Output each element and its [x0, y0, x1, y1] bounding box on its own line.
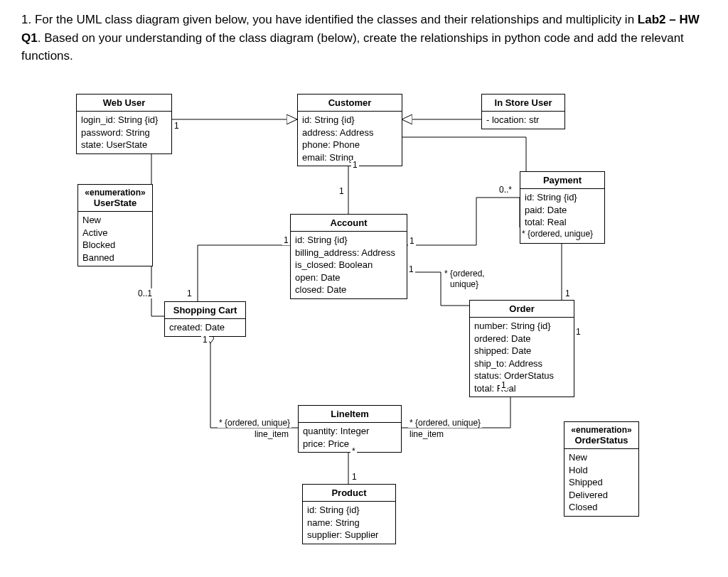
class-customer: Customer id: String {id} address: Addres… — [297, 94, 402, 166]
class-body: quantity: Integer price: Price — [299, 423, 401, 452]
class-body: New Hold Shipped Delivered Closed — [564, 449, 638, 516]
constraint: unique} — [449, 279, 480, 289]
class-body: id: String {id} billing_address: Address… — [291, 232, 407, 298]
class-body: New Active Blocked Banned — [78, 212, 152, 266]
multiplicity: 1 — [350, 472, 358, 482]
class-header: Customer — [298, 95, 402, 112]
class-body: login_id: String {id} password: String s… — [77, 112, 171, 153]
class-header: Shopping Cart — [165, 302, 245, 319]
class-order: Order number: String {id} ordered: Date … — [469, 300, 574, 397]
constraint: * {ordered, unique} — [218, 418, 291, 428]
class-header: Account — [291, 215, 407, 232]
class-header: «enumeration» UserState — [78, 185, 152, 212]
multiplicity: 0..1 — [136, 288, 154, 298]
class-body: created: Date — [165, 319, 245, 336]
multiplicity: 1 — [407, 264, 415, 274]
multiplicity: 1 — [574, 327, 582, 337]
class-header: In Store User — [482, 95, 564, 112]
class-header: Web User — [77, 95, 171, 112]
multiplicity: 1 — [186, 288, 193, 298]
class-webuser: Web User login_id: String {id} password:… — [76, 94, 172, 154]
class-header: Order — [470, 301, 574, 318]
class-userstate: «enumeration» UserState New Active Block… — [77, 184, 153, 266]
constraint: * {ordered, unique} — [408, 418, 482, 428]
rolename: line_item — [253, 429, 290, 439]
class-header: LineItem — [299, 406, 401, 423]
multiplicity: 0..* — [498, 185, 513, 195]
class-account: Account id: String {id} billing_address:… — [290, 214, 407, 299]
constraint: * {ordered, — [443, 269, 486, 279]
multiplicity: 1 — [201, 335, 209, 345]
class-instoreuser: In Store User - location: str — [481, 94, 565, 129]
multiplicity: * — [350, 446, 357, 456]
class-lineitem: LineItem quantity: Integer price: Price — [298, 405, 402, 453]
multiplicity: 1 — [408, 236, 416, 246]
class-body: id: String {id} address: Address phone: … — [298, 112, 402, 166]
class-product: Product id: String {id} name: String sup… — [302, 484, 396, 544]
constraint: * {ordered, unique} — [520, 229, 594, 239]
multiplicity: 1 — [282, 235, 290, 245]
class-header: Product — [303, 485, 395, 502]
class-body: - location: str — [482, 112, 564, 129]
class-orderstatus: «enumeration» OrderStatus New Hold Shipp… — [564, 421, 639, 517]
question-text: 1. For the UML class diagram given below… — [21, 11, 707, 65]
class-header: «enumeration» OrderStatus — [564, 422, 638, 449]
class-shoppingcart: Shopping Cart created: Date — [164, 301, 246, 337]
class-body: number: String {id} ordered: Date shippe… — [470, 318, 574, 397]
class-header: Payment — [520, 172, 604, 189]
rolename: line_item — [408, 429, 445, 439]
uml-diagram: Web User login_id: String {id} password:… — [0, 78, 728, 561]
multiplicity: 1 — [351, 160, 359, 170]
multiplicity: 1 — [564, 288, 572, 298]
class-body: id: String {id} name: String supplier: S… — [303, 502, 395, 544]
multiplicity: 1 — [338, 186, 346, 196]
multiplicity: 1 — [173, 121, 181, 131]
multiplicity: 1 — [500, 380, 508, 390]
